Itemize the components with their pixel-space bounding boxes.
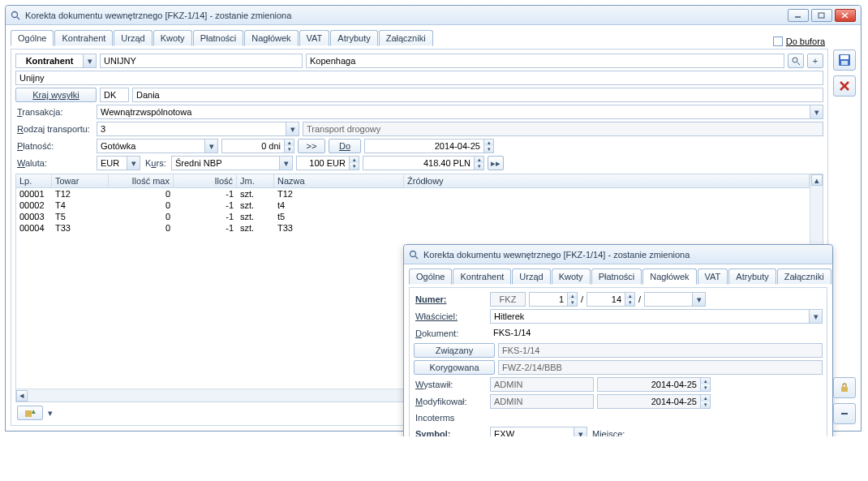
table-row[interactable]: 00004T330-1szt.T33 bbox=[16, 222, 810, 234]
tab2-kontrahent[interactable]: Kontrahent bbox=[453, 268, 511, 285]
wlasciciel-dropdown[interactable]: Hitlerek▾ bbox=[490, 309, 823, 324]
svg-line-1 bbox=[17, 17, 19, 19]
kurs-refresh-button[interactable]: ▸▸ bbox=[488, 156, 504, 170]
kontrahent-button[interactable]: Kontrahent▾ bbox=[15, 54, 97, 68]
grid-header: Lp. Towar Ilość max Ilość Jm. Nazwa Źród… bbox=[16, 174, 810, 188]
tab-atrybuty[interactable]: Atrybuty bbox=[330, 30, 377, 46]
do-bufora-label: Do bufora bbox=[786, 37, 825, 46]
table-row[interactable]: 00002T40-1szt.t4 bbox=[16, 200, 810, 211]
secondary-window: Korekta dokumentu wewnętrznego [FKZ-1/14… bbox=[403, 244, 833, 436]
svg-point-19 bbox=[410, 251, 416, 256]
transakcja-dropdown[interactable]: Wewnątrzwspólnotowa▾ bbox=[97, 105, 823, 119]
numer-suffix-dropdown[interactable]: ▾ bbox=[644, 292, 706, 307]
tab2-platnosci[interactable]: Płatności bbox=[591, 268, 642, 285]
kraj-code-field[interactable]: DK bbox=[100, 88, 129, 102]
kurs-type-dropdown[interactable]: Średni NBP▾ bbox=[171, 156, 293, 170]
zwiazany-button[interactable]: Związany bbox=[414, 343, 495, 358]
symbol-label: Symbol: bbox=[414, 427, 487, 436]
tab-kontrahent[interactable]: Kontrahent bbox=[54, 30, 113, 46]
side-toolbar-bottom bbox=[833, 377, 856, 424]
kurs-label: Kurs: bbox=[144, 157, 168, 170]
svg-rect-7 bbox=[840, 55, 849, 59]
numer-a-field[interactable]: 1▴▾ bbox=[529, 292, 578, 307]
wystawil-label: Wystawił: bbox=[414, 378, 487, 391]
secondary-tabs: Ogólne Kontrahent Urząd Kwoty Płatności … bbox=[409, 268, 827, 285]
magnify-icon bbox=[11, 11, 20, 20]
platnosc-label: Płatność: bbox=[15, 140, 93, 152]
wystawil-date-field: 2014-04-25▴▾ bbox=[597, 377, 711, 392]
secondary-titlebar[interactable]: Korekta dokumentu wewnętrznego [FKZ-1/14… bbox=[404, 245, 832, 264]
chevron-down-icon[interactable]: ▾ bbox=[83, 54, 96, 67]
plus-kontrahent-button[interactable]: + bbox=[807, 54, 823, 68]
chevron-down-icon[interactable]: ▾ bbox=[279, 157, 292, 170]
tab-platnosci[interactable]: Płatności bbox=[193, 30, 244, 46]
save-button[interactable] bbox=[833, 49, 856, 71]
magnify-icon bbox=[409, 250, 419, 260]
platnosc-dni-field[interactable]: 0 dni▴▾ bbox=[221, 139, 294, 153]
tab-urzad[interactable]: Urząd bbox=[114, 30, 152, 46]
main-tabs: Ogólne Kontrahent Urząd Kwoty Płatności … bbox=[11, 30, 828, 46]
svg-marker-16 bbox=[32, 410, 36, 414]
collapse-button[interactable] bbox=[833, 403, 856, 424]
svg-line-14 bbox=[797, 62, 800, 65]
kontrahent-code-field[interactable]: UNIJNY bbox=[100, 54, 303, 68]
chevron-down-icon[interactable]: ▾ bbox=[574, 427, 587, 436]
chevron-down-icon[interactable]: ▾ bbox=[127, 157, 140, 170]
numer-b-field[interactable]: 14▴▾ bbox=[587, 292, 635, 307]
kraj-wysylki-button[interactable]: Kraj wysyłki bbox=[15, 88, 97, 102]
kurs-pln-field[interactable]: 418.40 PLN▴▾ bbox=[363, 156, 484, 170]
platnosc-dropdown[interactable]: Gotówka▾ bbox=[97, 139, 218, 153]
chevron-down-icon[interactable]: ▾ bbox=[204, 140, 217, 152]
tab-zalaczniki[interactable]: Załączniki bbox=[379, 30, 433, 46]
kontrahent-city-field[interactable]: Kopenhaga bbox=[306, 54, 784, 68]
tab-ogolne[interactable]: Ogólne bbox=[11, 30, 54, 46]
lock-button[interactable] bbox=[833, 377, 856, 398]
symbol-dropdown[interactable]: EXW▾ bbox=[490, 427, 587, 436]
rodzaj-transportu-dropdown[interactable]: 3▾ bbox=[97, 122, 299, 136]
modyfikowal-date-field: 2014-04-25▴▾ bbox=[597, 394, 711, 409]
main-titlebar[interactable]: Korekta dokumentu wewnętrznego [FKZ-1/14… bbox=[6, 6, 861, 25]
wlasciciel-label: Właściciel: bbox=[414, 310, 487, 323]
tab2-ogolne[interactable]: Ogólne bbox=[409, 268, 452, 285]
tab2-kwoty[interactable]: Kwoty bbox=[552, 268, 591, 285]
kontrahent-desc-field[interactable]: Unijny bbox=[15, 71, 823, 85]
side-toolbar bbox=[833, 49, 856, 97]
tab2-vat[interactable]: VAT bbox=[698, 268, 728, 285]
chevron-down-icon[interactable]: ▾ bbox=[48, 408, 53, 419]
search-kontrahent-button[interactable] bbox=[788, 54, 804, 68]
footer-load-button[interactable] bbox=[17, 406, 43, 420]
do-bufora-checkbox[interactable] bbox=[773, 37, 783, 46]
kurs-eur-field[interactable]: 100 EUR▴▾ bbox=[296, 156, 359, 170]
tab-naglowek[interactable]: Nagłówek bbox=[244, 30, 298, 46]
tab2-naglowek[interactable]: Nagłówek bbox=[642, 268, 696, 285]
modyfikowal-field: ADMIN bbox=[490, 394, 594, 409]
tab-vat[interactable]: VAT bbox=[299, 30, 330, 46]
waluta-dropdown[interactable]: EUR▾ bbox=[97, 156, 140, 170]
slash-label-2: / bbox=[638, 294, 641, 304]
do-button[interactable]: Do bbox=[329, 139, 361, 153]
tab-kwoty[interactable]: Kwoty bbox=[153, 30, 192, 46]
kraj-name-field[interactable]: Dania bbox=[132, 88, 823, 102]
table-row[interactable]: 00003T50-1szt.t5 bbox=[16, 211, 810, 222]
close-button[interactable] bbox=[835, 9, 856, 22]
platnosc-date-field[interactable]: 2014-04-25▴▾ bbox=[364, 139, 494, 153]
incoterms-label: Incoterms bbox=[414, 411, 487, 424]
secondary-window-title: Korekta dokumentu wewnętrznego [FKZ-1/14… bbox=[423, 250, 827, 260]
korygowana-button[interactable]: Korygowana bbox=[414, 360, 495, 375]
arrow-button[interactable]: >> bbox=[298, 139, 325, 153]
chevron-down-icon[interactable]: ▾ bbox=[286, 122, 299, 135]
cancel-button[interactable] bbox=[833, 75, 856, 97]
tab2-atrybuty[interactable]: Atrybuty bbox=[728, 268, 776, 285]
transport-placeholder: Transport drogowy bbox=[303, 122, 823, 136]
waluta-label: Waluta: bbox=[15, 157, 93, 170]
tab2-zalaczniki[interactable]: Załączniki bbox=[777, 268, 831, 285]
chevron-down-icon[interactable]: ▾ bbox=[809, 310, 822, 323]
maximize-button[interactable] bbox=[811, 9, 832, 22]
tab2-urzad[interactable]: Urząd bbox=[512, 268, 550, 285]
chevron-down-icon[interactable]: ▾ bbox=[810, 105, 823, 118]
main-window: Korekta dokumentu wewnętrznego [FKZ-1/14… bbox=[5, 5, 862, 432]
table-row[interactable]: 00001T120-1szt.T12 bbox=[16, 188, 810, 200]
minimize-button[interactable] bbox=[788, 9, 809, 22]
modyfikowal-label: Modyfikował: bbox=[414, 395, 487, 408]
chevron-down-icon[interactable]: ▾ bbox=[692, 293, 705, 306]
